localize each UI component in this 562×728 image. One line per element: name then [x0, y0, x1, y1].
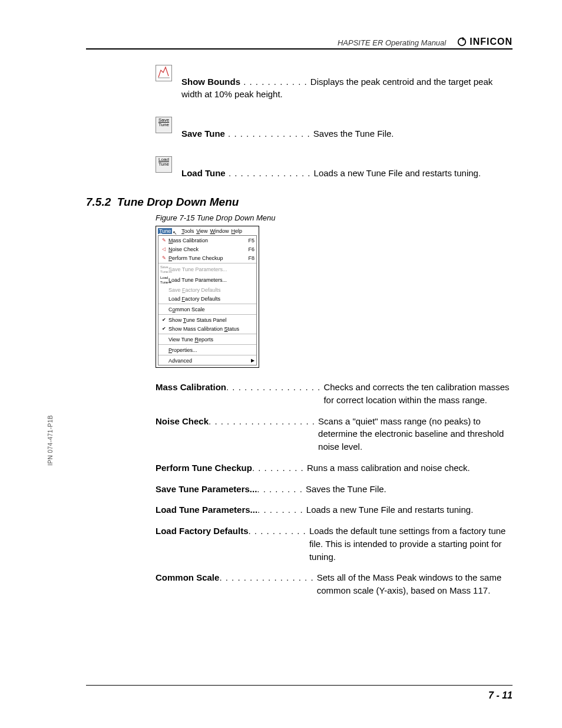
tune-menu-figure: Tune↖ToolsViewWindowHelp ✎Mass Calibrati… — [156, 226, 259, 368]
menu-separator — [158, 263, 256, 263]
brand-name: INFICON — [470, 37, 513, 47]
definition-desc: Checks and corrects the ten calibration … — [323, 381, 513, 407]
menu-item-label: View Tune Reports — [167, 337, 254, 342]
menu-item-label: Show Mass Calibration Status — [167, 326, 254, 332]
leader-dots: . . . . . . . . . . . . . . . . — [219, 571, 316, 584]
definition-term: Load Factory Defaults — [156, 525, 249, 538]
menu-item-label: Advanced — [167, 358, 251, 364]
definition-desc: Loads the default tune settings from a f… — [309, 525, 513, 563]
definition-desc: Runs a mass calibration and noise check. — [307, 462, 513, 475]
menu-bar-item: Tune — [158, 228, 172, 234]
toolbar-desc: Loads a new Tune File and restarts tunin… — [314, 168, 481, 178]
definition-term: Load Tune Parameters... — [156, 503, 257, 516]
doc-title: HAPSITE ER Operating Manual — [86, 38, 449, 47]
menu-bar-item: View — [196, 228, 207, 234]
leader-dots: . . . . . . . . . . . . . . . . . . — [209, 415, 318, 428]
definition-desc: Saves the Tune File. — [306, 483, 513, 496]
save-icon: SaveTune — [160, 265, 167, 274]
menu-separator — [158, 344, 256, 345]
definition-desc: Scans a "quiet" mass range (no peaks) to… — [318, 415, 513, 453]
leader-dots: . . . . . . . . . — [252, 462, 307, 475]
definition-term: Common Scale — [156, 571, 219, 584]
leader-dots: . . . . . . . . . . . . . . — [225, 129, 313, 139]
menu-item-label: Properties... — [167, 347, 254, 353]
menu-item: SaveTuneSave Tune Parameters... — [158, 264, 256, 275]
toolbar-entry-text: Load Tune . . . . . . . . . . . . . . Lo… — [181, 156, 513, 179]
menu-item: ✎Mass CalibrationF5 — [158, 236, 256, 245]
bounds-icon — [156, 65, 181, 81]
mass-icon: ✎ — [160, 238, 167, 243]
svg-point-1 — [462, 37, 464, 39]
menu-separator — [158, 304, 256, 304]
menu-definitions: Mass Calibration. . . . . . . . . . . . … — [156, 381, 513, 597]
save-icon: SaveTune — [156, 117, 181, 133]
definition-row: Load Factory Defaults . . . . . . . . . … — [156, 525, 513, 563]
section-heading: 7.5.2 Tune Drop Down Menu — [86, 196, 513, 209]
page-footer: 7 - 11 — [86, 685, 513, 701]
leader-dots: . . . . . . . . — [257, 503, 306, 516]
definition-row: Noise Check . . . . . . . . . . . . . . … — [156, 415, 513, 453]
cursor-icon: ↖ — [173, 230, 177, 236]
menu-item: Common Scale — [158, 305, 256, 314]
definition-term: Mass Calibration — [156, 381, 226, 394]
toolbar-term: Load Tune — [181, 168, 226, 178]
menu-item-label: Noise Check — [167, 246, 248, 252]
check-icon: ✔ — [160, 318, 167, 322]
menu-item-label: Save Tune Parameters... — [167, 266, 254, 272]
definition-row: Common Scale . . . . . . . . . . . . . .… — [156, 571, 513, 597]
menu-item: Advanced▶ — [158, 356, 256, 365]
definition-row: Save Tune Parameters... . . . . . . . . … — [156, 483, 513, 496]
toolbar-entry-text: Show Bounds . . . . . . . . . . . Displa… — [181, 65, 513, 100]
definition-row: Mass Calibration. . . . . . . . . . . . … — [156, 381, 513, 407]
menu-item-label: Save Factory Defaults — [167, 287, 254, 293]
menu-item: LoadTuneLoad Tune Parameters... — [158, 275, 256, 285]
menu-item-label: Load Tune Parameters... — [167, 277, 254, 283]
menu-item-shortcut: F8 — [248, 255, 254, 261]
load-icon: LoadTune — [160, 275, 167, 285]
svg-point-0 — [458, 38, 466, 46]
check-icon: ✔ — [160, 327, 167, 331]
toolbar-term: Save Tune — [181, 129, 225, 139]
menu-item: Properties... — [158, 345, 256, 354]
menu-item: Save Factory Defaults — [158, 285, 256, 294]
menu-item: View Tune Reports — [158, 335, 256, 344]
toolbar-entry: Show Bounds . . . . . . . . . . . Displa… — [156, 65, 513, 100]
inficon-icon — [457, 37, 467, 47]
menu-bar-item: Window — [210, 228, 229, 234]
section-title: Tune Drop Down Menu — [117, 196, 239, 208]
toolbar-entry-text: Save Tune . . . . . . . . . . . . . . Sa… — [181, 117, 513, 140]
menu-item: ✔Show Tune Status Panel — [158, 315, 256, 324]
definition-term: Perform Tune Checkup — [156, 462, 252, 475]
menu-item-label: Common Scale — [167, 307, 254, 312]
noise-icon: ◁ — [160, 247, 167, 252]
definition-desc: Loads a new Tune File and restarts tunin… — [306, 503, 513, 516]
menu-separator — [158, 314, 256, 315]
menu-separator — [158, 334, 256, 334]
leader-dots: . . . . . . . . . . . — [240, 77, 310, 87]
definition-term: Save Tune Parameters... — [156, 483, 257, 496]
menu-bar: Tune↖ToolsViewWindowHelp — [158, 228, 257, 235]
toolbar-term: Show Bounds — [181, 77, 240, 87]
menu-item: ✔Show Mass Calibration Status — [158, 324, 256, 333]
figure-caption: Figure 7-15 Tune Drop Down Menu — [156, 213, 513, 222]
menu-item: Load Factory Defaults — [158, 294, 256, 303]
menu-item-label: Perform Tune Checkup — [167, 255, 248, 261]
menu-item-shortcut: F6 — [248, 246, 254, 252]
toolbar-entry: SaveTuneSave Tune . . . . . . . . . . . … — [156, 117, 513, 140]
menu-separator — [158, 355, 256, 355]
section-number: 7.5.2 — [86, 196, 111, 208]
toolbar-entry: LoadTuneLoad Tune . . . . . . . . . . . … — [156, 156, 513, 179]
toolbar-desc: Saves the Tune File. — [313, 129, 394, 139]
definition-desc: Sets all of the Mass Peak windows to the… — [317, 571, 513, 597]
tune-icon: ✎ — [160, 256, 167, 261]
menu-item: ◁Noise CheckF6 — [158, 245, 256, 253]
definition-term: Noise Check — [156, 415, 209, 428]
leader-dots: . . . . . . . . . . . . . . . . — [226, 381, 323, 394]
leader-dots: . . . . . . . . — [257, 483, 306, 496]
definition-row: Load Tune Parameters... . . . . . . . . … — [156, 503, 513, 516]
menu-bar-item: Tools — [181, 228, 194, 234]
definition-row: Perform Tune Checkup . . . . . . . . . R… — [156, 462, 513, 475]
brand-logo: INFICON — [457, 37, 513, 47]
leader-dots: . . . . . . . . . . . . . . — [226, 168, 314, 178]
toolbar-descriptions: Show Bounds . . . . . . . . . . . Displa… — [156, 65, 513, 179]
